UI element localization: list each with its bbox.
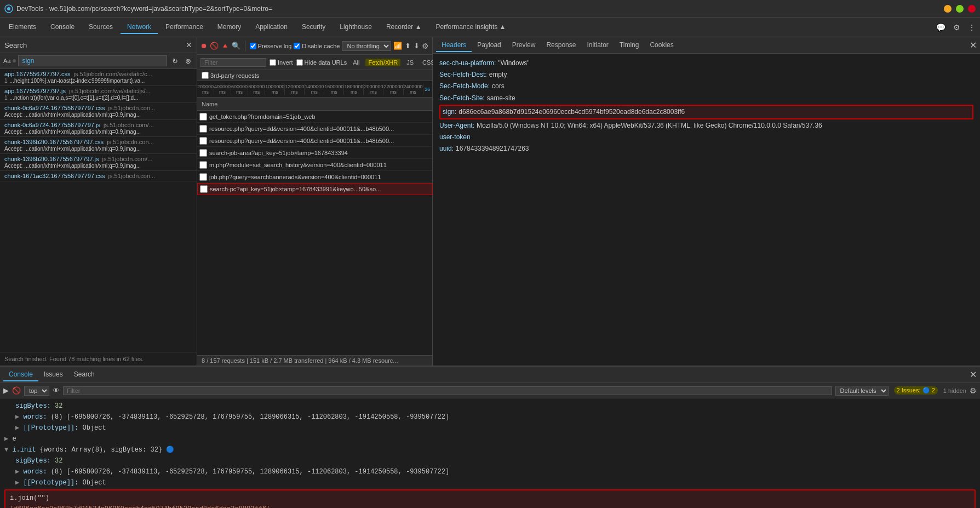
tab-search-bottom[interactable]: Search <box>68 368 100 381</box>
record-button[interactable]: ⏺ <box>200 41 208 52</box>
tab-cookies[interactable]: Cookies <box>644 39 679 52</box>
search-clear-button[interactable]: ⊗ <box>182 55 193 66</box>
tab-response[interactable]: Response <box>541 39 581 52</box>
maximize-button[interactable] <box>956 5 964 13</box>
hide-data-urls-checkbox[interactable] <box>296 59 303 66</box>
tab-timing[interactable]: Timing <box>614 39 645 52</box>
expand-arrow[interactable]: ▶ <box>15 424 19 432</box>
search-result-item[interactable]: chunk-0c6a9724.1677556797797.js js.51job… <box>0 120 197 137</box>
filter-js-button[interactable]: JS <box>404 59 416 66</box>
tab-console[interactable]: Console <box>44 21 81 34</box>
tab-headers[interactable]: Headers <box>436 39 472 52</box>
search-close-button[interactable]: ✕ <box>186 41 192 49</box>
upload-button[interactable]: ⬆ <box>404 41 411 52</box>
console-settings-button[interactable]: ⚙ <box>970 386 977 395</box>
request-checkbox[interactable] <box>199 137 207 145</box>
clear-button[interactable]: 🔺 <box>221 41 230 52</box>
tab-application[interactable]: Application <box>249 21 294 34</box>
preserve-log-label[interactable]: Preserve log <box>250 43 292 49</box>
disable-cache-checkbox[interactable] <box>294 43 300 49</box>
request-row[interactable]: m.php?module=set_search_history&version=… <box>197 159 432 171</box>
main-tab-bar: Elements Console Sources Network Perform… <box>0 18 980 37</box>
third-party-label[interactable]: 3rd-party requests <box>202 72 428 79</box>
disable-cache-label[interactable]: Disable cache <box>294 43 340 49</box>
tab-network[interactable]: Network <box>121 21 158 34</box>
tab-initiator[interactable]: Initiator <box>581 39 614 52</box>
window-controls <box>944 5 976 13</box>
request-row[interactable]: resource.php?query=dd&version=400&client… <box>197 135 432 147</box>
header-name: User-Agent: <box>439 121 474 131</box>
console-eye-button[interactable]: 👁 <box>53 386 60 395</box>
search-result-item[interactable]: chunk-1396b2f0.1677556797797.css js.51jo… <box>0 137 197 154</box>
tab-performance-insights[interactable]: Performance insights ▲ <box>429 21 513 34</box>
request-checkbox[interactable] <box>199 149 207 157</box>
search-result-item[interactable]: app.1677556797797.js js.51jobcdn.com/we/… <box>0 86 197 103</box>
tab-recorder[interactable]: Recorder ▲ <box>380 21 428 34</box>
hide-data-urls-label[interactable]: Hide data URLs <box>296 59 347 66</box>
expand-arrow[interactable]: ▶ <box>15 413 19 421</box>
more-options-button[interactable]: ⋮ <box>966 22 978 33</box>
invert-label[interactable]: Invert <box>270 59 293 66</box>
timeline-label: 400000 ms <box>214 84 231 95</box>
request-checkbox[interactable] <box>199 113 207 121</box>
download-button[interactable]: ⬇ <box>413 41 420 52</box>
search-result-item[interactable]: app.1677556797797.css js.51jobcdn.com/we… <box>0 69 197 86</box>
tab-issues-bottom[interactable]: Issues <box>38 368 68 381</box>
request-row[interactable]: resource.php?query=dd&version=400&client… <box>197 123 432 135</box>
filter-input[interactable] <box>200 58 266 67</box>
bottom-close-button[interactable]: ✕ <box>970 369 977 380</box>
stop-button[interactable]: 🚫 <box>210 41 219 52</box>
close-button[interactable] <box>968 5 976 13</box>
expand-arrow[interactable]: ▼ <box>4 446 8 454</box>
throttle-select[interactable]: No throttling Fast 3G Slow 3G <box>342 41 391 51</box>
search-result-item[interactable]: chunk-1396b2f0.1677556797797.js js.51job… <box>0 154 197 171</box>
console-stop-button[interactable]: 🚫 <box>12 386 21 395</box>
request-list: get_token.php?fromdomain=51job_web resou… <box>197 111 432 355</box>
filter-all-button[interactable]: All <box>350 59 362 66</box>
request-row-selected[interactable]: search-pc?api_key=51job×tamp=1678433991&… <box>197 183 432 195</box>
default-levels-select[interactable]: Default levels Verbose Info Warnings Err… <box>835 386 889 396</box>
tab-sources[interactable]: Sources <box>82 21 119 34</box>
wifi-button[interactable]: 📶 <box>393 41 402 52</box>
preserve-log-checkbox[interactable] <box>250 43 256 49</box>
request-checkbox[interactable] <box>199 125 207 133</box>
top-context-select[interactable]: top <box>24 386 49 396</box>
console-filter-input[interactable] <box>63 386 832 395</box>
invert-checkbox[interactable] <box>270 59 276 66</box>
request-row[interactable]: job.php?query=searchbannerads&version=40… <box>197 171 432 183</box>
header-row: Sec-Fetch-Mode: cors <box>439 81 973 92</box>
tab-security[interactable]: Security <box>295 21 332 34</box>
chat-icon-button[interactable]: 💬 <box>934 22 948 33</box>
request-row[interactable]: get_token.php?fromdomain=51job_web <box>197 111 432 123</box>
tab-preview[interactable]: Preview <box>507 39 541 52</box>
network-settings-button[interactable]: ⚙ <box>422 42 429 50</box>
search-aa-label: Aa <box>3 58 10 64</box>
request-row[interactable]: search-job-area?api_key=51job×tamp=16784… <box>197 147 432 159</box>
details-close-button[interactable]: ✕ <box>970 40 977 50</box>
console-play-button[interactable]: ▶ <box>3 386 9 395</box>
third-party-checkbox[interactable] <box>202 72 209 79</box>
expand-arrow[interactable]: ▶ <box>4 435 8 443</box>
tab-console-bottom[interactable]: Console <box>3 368 38 381</box>
request-checkbox[interactable] <box>199 161 207 169</box>
filter-fetch-xhr-button[interactable]: Fetch/XHR <box>365 59 400 66</box>
request-checkbox[interactable] <box>199 173 207 181</box>
request-list-header: Name <box>197 98 432 111</box>
settings-button[interactable]: ⚙ <box>951 22 962 33</box>
devtools-icon <box>4 4 13 13</box>
minimize-button[interactable] <box>944 5 952 13</box>
expand-arrow[interactable]: ▶ <box>15 468 19 476</box>
tab-lighthouse[interactable]: Lighthouse <box>333 21 379 34</box>
search-result-item[interactable]: chunk-0c6a9724.1677556797797.css js.51jo… <box>0 103 197 120</box>
tab-memory[interactable]: Memory <box>211 21 248 34</box>
tab-payload[interactable]: Payload <box>472 39 506 52</box>
console-line: i.join("") <box>10 493 970 504</box>
search-refresh-button[interactable]: ↻ <box>169 55 180 66</box>
search-input[interactable] <box>18 55 167 66</box>
expand-arrow[interactable]: ▶ <box>15 479 19 487</box>
tab-elements[interactable]: Elements <box>2 21 43 34</box>
request-checkbox[interactable] <box>200 185 208 193</box>
tab-performance[interactable]: Performance <box>159 21 210 34</box>
search-result-item[interactable]: chunk-1671ac32.1677556797797.css js.51jo… <box>0 171 197 181</box>
filter-button[interactable]: 🔍 <box>232 41 240 52</box>
